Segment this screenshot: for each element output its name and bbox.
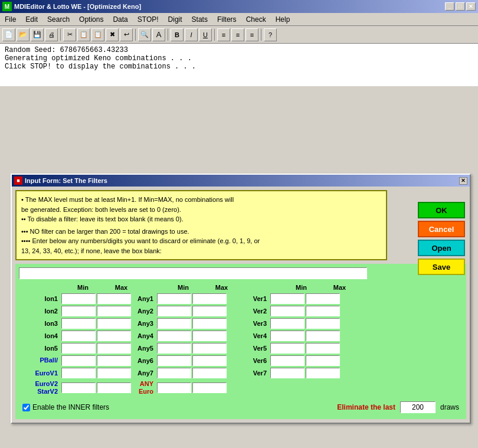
- any7-max[interactable]: [192, 368, 227, 378]
- any5-max[interactable]: [192, 343, 227, 354]
- ver1-max[interactable]: [306, 293, 340, 304]
- eurov1-min[interactable]: [61, 368, 96, 378]
- copy-button[interactable]: 📋: [77, 28, 90, 41]
- menu-digit[interactable]: Digit: [163, 13, 187, 25]
- cut-button[interactable]: ✂: [63, 28, 76, 41]
- any2-max[interactable]: [192, 306, 227, 316]
- menu-file[interactable]: File: [0, 13, 21, 25]
- ver7-min[interactable]: [270, 368, 305, 378]
- delete-button[interactable]: ✖: [106, 28, 119, 41]
- bold-button[interactable]: B: [171, 28, 184, 41]
- new-button[interactable]: 📄: [2, 28, 15, 41]
- toolbar-separator-2: [135, 29, 136, 41]
- align-left-button[interactable]: ≡: [217, 28, 230, 41]
- maximize-button[interactable]: □: [456, 2, 465, 11]
- ion1-min[interactable]: [61, 293, 96, 304]
- dialog-close-button[interactable]: ✕: [459, 177, 467, 185]
- ver6-min[interactable]: [270, 355, 305, 366]
- ver3-max[interactable]: [306, 318, 340, 329]
- ver4-max[interactable]: [306, 331, 340, 341]
- menu-check[interactable]: Check: [241, 13, 271, 25]
- bottom-bar: Enable the INNER filters Eliminate the l…: [19, 399, 463, 416]
- ver5-max[interactable]: [306, 343, 340, 354]
- underline-button[interactable]: U: [199, 28, 212, 41]
- ok-button[interactable]: OK: [418, 202, 465, 218]
- ion5-max[interactable]: [97, 343, 131, 354]
- ion2-max[interactable]: [97, 306, 131, 316]
- align-center-button[interactable]: ≡: [231, 28, 244, 41]
- ver6-max[interactable]: [306, 355, 340, 366]
- cancel-button[interactable]: Cancel: [418, 221, 465, 237]
- any4-min[interactable]: [157, 331, 191, 341]
- ion5-min[interactable]: [61, 343, 96, 354]
- open-file-button[interactable]: 📂: [17, 28, 30, 41]
- any3-max[interactable]: [192, 318, 227, 329]
- menu-help[interactable]: Help: [271, 13, 295, 25]
- any5-min[interactable]: [157, 343, 191, 354]
- any1-max[interactable]: [192, 293, 227, 304]
- any-euro-min[interactable]: [157, 382, 191, 393]
- close-button[interactable]: ✕: [466, 2, 476, 11]
- any4-max[interactable]: [192, 331, 227, 341]
- info-box: • The MAX level must be at least Min+1. …: [15, 190, 387, 260]
- any1-min[interactable]: [157, 293, 191, 304]
- save-file-button[interactable]: 💾: [31, 28, 44, 41]
- ver4-label: Ver4: [228, 332, 269, 339]
- ver-min-header: Min: [282, 284, 320, 291]
- any-min-header: Min: [164, 284, 202, 291]
- search-button[interactable]: 🔍: [138, 28, 151, 41]
- eliminate-input[interactable]: [400, 401, 436, 413]
- ion3-label: Ion3: [19, 320, 60, 327]
- align-right-button[interactable]: ≡: [245, 28, 258, 41]
- toolbar-separator-5: [261, 29, 261, 41]
- ver3-min[interactable]: [270, 318, 305, 329]
- dialog-body: OK Cancel Open Save • The MAX level must…: [12, 187, 470, 423]
- help-icon-button[interactable]: ?: [264, 28, 277, 41]
- ver2-max[interactable]: [306, 306, 340, 316]
- ver1-min[interactable]: [270, 293, 305, 304]
- any2-min[interactable]: [157, 306, 191, 316]
- ver7-max[interactable]: [306, 368, 340, 378]
- save-button[interactable]: Save: [418, 259, 465, 275]
- enable-inner-label: Enable the INNER filters: [22, 403, 109, 411]
- undo-button[interactable]: ↩: [120, 28, 133, 41]
- any-euro-max[interactable]: [192, 382, 227, 393]
- ion4-max[interactable]: [97, 331, 131, 341]
- pball-max[interactable]: [97, 355, 131, 366]
- ion1-max[interactable]: [97, 293, 131, 304]
- enable-inner-text: Enable the INNER filters: [32, 403, 109, 411]
- menu-filters[interactable]: Filters: [212, 13, 241, 25]
- paste-button[interactable]: 📋: [91, 28, 104, 41]
- any6-label: Any6: [132, 357, 156, 364]
- any6-max[interactable]: [192, 355, 227, 366]
- ver5-min[interactable]: [270, 343, 305, 354]
- menu-options[interactable]: Options: [74, 13, 108, 25]
- eurov1-max[interactable]: [97, 368, 131, 378]
- ion4-min[interactable]: [61, 331, 96, 341]
- ion3-max[interactable]: [97, 318, 131, 329]
- font-button[interactable]: A: [152, 28, 165, 41]
- ver3-label: Ver3: [228, 320, 269, 327]
- open-button[interactable]: Open: [418, 240, 465, 256]
- discard-input[interactable]: [19, 267, 367, 279]
- ver2-min[interactable]: [270, 306, 305, 316]
- ion2-min[interactable]: [61, 306, 96, 316]
- menu-stop[interactable]: STOP!: [133, 13, 163, 25]
- menu-search[interactable]: Search: [42, 13, 74, 25]
- eurov2-max[interactable]: [97, 382, 131, 393]
- minimize-button[interactable]: _: [445, 2, 454, 11]
- menu-edit[interactable]: Edit: [21, 13, 42, 25]
- any7-min[interactable]: [157, 368, 191, 378]
- print-button[interactable]: 🖨: [45, 28, 58, 41]
- enable-inner-checkbox[interactable]: [22, 404, 30, 411]
- any6-min[interactable]: [157, 355, 191, 366]
- menu-stats[interactable]: Stats: [187, 13, 212, 25]
- ver4-min[interactable]: [270, 331, 305, 341]
- ion3-min[interactable]: [61, 318, 96, 329]
- menu-data[interactable]: Data: [108, 13, 132, 25]
- italic-button[interactable]: I: [185, 28, 198, 41]
- any-max-header: Max: [202, 284, 241, 291]
- pball-min[interactable]: [61, 355, 96, 366]
- any3-min[interactable]: [157, 318, 191, 329]
- eurov2-min[interactable]: [61, 382, 96, 393]
